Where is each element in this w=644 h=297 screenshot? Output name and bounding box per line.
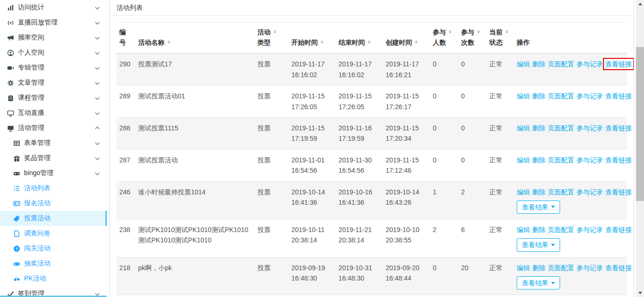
- sidebar-item-lottery-activity[interactable]: 抽奖活动: [0, 256, 107, 271]
- column-header-label: 结束时间: [339, 39, 365, 46]
- sort-icon[interactable]: [477, 29, 480, 35]
- scrollbar-thumb[interactable]: [636, 47, 644, 201]
- sidebar-item-channel-space[interactable]: 频率空间: [0, 30, 107, 45]
- op-page-config-link[interactable]: 页面配置: [548, 124, 574, 132]
- op-edit-link[interactable]: 编辑: [517, 156, 530, 164]
- cell-created: 2019-09-18 05:05:37: [383, 295, 430, 297]
- column-header-participants[interactable]: 参与人数: [430, 23, 458, 54]
- column-header-status[interactable]: 当前状态: [487, 23, 514, 54]
- caret-down-icon: [551, 282, 555, 284]
- op-participation-record-link[interactable]: 参与记录: [577, 226, 603, 233]
- op-participation-record-link[interactable]: 参与记录: [577, 124, 603, 132]
- op-delete-link[interactable]: 删除: [532, 264, 545, 272]
- clipboard-icon: [7, 94, 14, 102]
- op-delete-link[interactable]: 删除: [532, 124, 545, 132]
- sidebar-item-activity-management[interactable]: 活动管理: [0, 120, 107, 136]
- sort-icon[interactable]: [320, 39, 324, 45]
- op-delete-link[interactable]: 删除: [532, 226, 545, 233]
- sidebar-item-course-management[interactable]: 课程管理: [0, 90, 107, 105]
- caret-down-icon: [551, 244, 555, 246]
- sidebar-item-bingo-management[interactable]: bingo管理: [0, 166, 107, 181]
- sidebar-item-form-management[interactable]: 表单管理: [0, 136, 107, 151]
- sidebar-item-survey-questionnaire[interactable]: 调查问卷: [0, 226, 107, 241]
- sidebar-item-visit-stats[interactable]: 访问统计: [0, 0, 107, 15]
- op-view-link-link[interactable]: 查看链接: [605, 188, 632, 196]
- op-edit-link[interactable]: 编辑: [517, 188, 530, 196]
- monitor-outline-icon: [7, 109, 14, 117]
- column-header-label: 活动: [257, 28, 271, 36]
- sort-icon[interactable]: [414, 39, 418, 45]
- sidebar-item-personal-space[interactable]: 个人空间: [0, 45, 107, 60]
- op-delete-link[interactable]: 删除: [532, 188, 545, 196]
- vertical-scrollbar[interactable]: [636, 0, 644, 297]
- file-icon: [13, 230, 20, 237]
- column-header-end[interactable]: 结束时间: [336, 23, 383, 54]
- op-edit-link[interactable]: 编辑: [517, 264, 530, 272]
- scrollbar-down-arrow[interactable]: [636, 289, 644, 297]
- sidebar-item-pk-activity[interactable]: PK活动: [0, 271, 107, 286]
- sort-icon[interactable]: [167, 39, 171, 45]
- op-participation-record-link[interactable]: 参与记录: [577, 60, 603, 68]
- table-header: 编号活动名称活动类型开始时间结束时间创建时间参与人数参与次数当前状态操作: [116, 23, 627, 54]
- op-delete-link[interactable]: 删除: [532, 92, 545, 100]
- op-participation-record-link[interactable]: 参与记录: [577, 156, 603, 164]
- column-header-start[interactable]: 开始时间: [289, 23, 336, 54]
- sidebar-item-activity-list[interactable]: 活动列表: [0, 181, 107, 196]
- sidebar-item-article-management[interactable]: 文章管理: [0, 75, 107, 90]
- op-delete-link[interactable]: 删除: [532, 156, 545, 164]
- op-edit-link[interactable]: 编辑: [517, 60, 530, 68]
- sort-icon[interactable]: [505, 29, 509, 35]
- table-grid-icon: [13, 139, 20, 147]
- scrollbar-up-arrow[interactable]: [636, 0, 644, 8]
- sort-icon[interactable]: [448, 29, 452, 35]
- op-view-link-link[interactable]: 查看链接: [605, 124, 632, 132]
- op-participation-record-link[interactable]: 参与记录: [577, 92, 603, 100]
- cell-status: 正常: [487, 86, 514, 118]
- cell-name: 测试投票1115: [135, 117, 255, 149]
- sidebar-item-prize-management[interactable]: 奖品管理: [0, 151, 107, 166]
- sidebar-item-label: 个人空间: [18, 48, 96, 57]
- sidebar-item-album-management[interactable]: 专辑管理: [0, 60, 107, 75]
- cell-end: 2019-10-16 16:41:36: [336, 181, 383, 219]
- sidebar-item-voting-activity[interactable]: 投票活动: [0, 211, 107, 226]
- column-header-times[interactable]: 参与次数: [458, 23, 487, 54]
- sort-icon[interactable]: [367, 39, 371, 45]
- op-page-config-link[interactable]: 页面配置: [548, 156, 574, 164]
- sidebar-item-live-replay[interactable]: 直播回放管理: [0, 15, 107, 30]
- user-circle-icon: [7, 49, 14, 56]
- op-edit-link[interactable]: 编辑: [517, 124, 530, 132]
- sidebar-item-registration-activity[interactable]: 报名活动: [0, 196, 107, 211]
- column-header-type[interactable]: 活动类型: [255, 23, 289, 54]
- gear-icon: [7, 79, 14, 87]
- sort-icon[interactable]: [273, 29, 277, 35]
- cell-type: 投票: [255, 257, 289, 295]
- cell-participants: 0: [430, 295, 458, 297]
- cell-ops: 编辑删除页面配置参与记录查看链接: [514, 86, 627, 118]
- op-view-link-link[interactable]: 查看链接: [605, 92, 632, 100]
- cell-created: 2019-11-15 17:12:46: [383, 149, 430, 181]
- cell-start: 2019-11-15 17:19:59: [289, 117, 336, 149]
- op-participation-record-link[interactable]: 参与记录: [577, 264, 603, 272]
- sidebar-item-interactive-live[interactable]: 互动直播: [0, 105, 107, 120]
- op-view-link-link[interactable]: 查看链接: [605, 156, 632, 164]
- op-page-config-link[interactable]: 页面配置: [548, 60, 574, 68]
- view-results-button[interactable]: 查看结果: [517, 238, 560, 251]
- op-participation-record-link[interactable]: 参与记录: [577, 188, 603, 196]
- op-edit-link[interactable]: 编辑: [517, 226, 530, 233]
- column-header-created[interactable]: 创建时间: [383, 23, 430, 54]
- op-page-config-link[interactable]: 页面配置: [548, 92, 574, 100]
- view-results-button[interactable]: 查看结果: [517, 276, 560, 289]
- op-page-config-link[interactable]: 页面配置: [548, 188, 574, 196]
- op-delete-link[interactable]: 删除: [532, 60, 545, 68]
- view-results-button[interactable]: 查看结果: [517, 201, 560, 214]
- op-page-config-link[interactable]: 页面配置: [548, 264, 574, 272]
- op-edit-link[interactable]: 编辑: [517, 92, 530, 100]
- op-view-link-link-annotated[interactable]: 查看链接: [605, 60, 632, 68]
- cell-id: 218: [116, 257, 135, 295]
- sidebar-item-challenge-activity[interactable]: ?闯关活动: [0, 241, 107, 256]
- column-header-name[interactable]: 活动名称: [135, 23, 255, 54]
- column-header-label: 当前: [489, 28, 503, 36]
- op-page-config-link[interactable]: 页面配置: [548, 226, 574, 233]
- op-view-link-link[interactable]: 查看链接: [605, 226, 632, 233]
- op-view-link-link[interactable]: 查看链接: [605, 264, 632, 272]
